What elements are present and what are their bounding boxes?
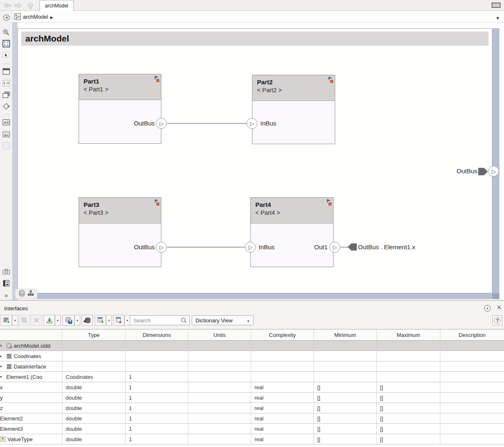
cell-description[interactable]	[440, 424, 504, 434]
code-icon[interactable]	[2, 79, 11, 88]
close-panel-icon[interactable]: ✕	[497, 304, 502, 311]
column-header[interactable]: Type	[62, 329, 126, 340]
column-header[interactable]	[0, 329, 62, 340]
dictionary-icon[interactable]	[19, 290, 25, 298]
cell-minimum[interactable]	[314, 372, 377, 382]
delete-button[interactable]	[31, 315, 42, 326]
cell-dimensions[interactable]	[126, 351, 188, 361]
row-name-cell[interactable]: Element3	[0, 424, 62, 434]
column-visibility-dropdown-icon[interactable]	[124, 315, 130, 326]
cell-complexity[interactable]	[251, 361, 314, 371]
component-part4[interactable]: Part4 < Part4 >	[250, 197, 334, 267]
cell-description[interactable]	[440, 341, 504, 351]
column-header[interactable]: Dimensions	[126, 329, 188, 340]
legend-icon[interactable]	[2, 279, 11, 288]
cell-complexity[interactable]	[251, 341, 314, 351]
import-dropdown-icon[interactable]	[55, 315, 61, 326]
save-dictionary-dropdown-icon[interactable]	[74, 315, 80, 326]
cell-type[interactable]: double	[62, 434, 126, 444]
row-name-cell[interactable]: x	[0, 382, 62, 392]
cell-maximum[interactable]: []	[377, 434, 440, 444]
expander-open-icon[interactable]: ▾	[0, 364, 6, 368]
cell-complexity[interactable]: real	[251, 393, 314, 403]
expander-open-icon[interactable]: ▾	[0, 375, 6, 379]
cell-complexity[interactable]: real	[251, 413, 314, 423]
view-selector[interactable]: Dictionary View	[192, 315, 254, 325]
column-header[interactable]: Units	[188, 329, 251, 340]
output-port-icon[interactable]	[329, 242, 340, 253]
table-row[interactable]: Element3double1real[][]	[0, 424, 504, 434]
cell-dimensions[interactable]: 1	[126, 434, 188, 444]
cell-type[interactable]: double	[62, 393, 126, 403]
cell-complexity[interactable]: real	[251, 382, 314, 392]
save-dictionary-button[interactable]	[62, 315, 74, 326]
area-icon[interactable]	[2, 141, 11, 150]
cell-type[interactable]: double	[62, 382, 126, 392]
cell-description[interactable]	[440, 413, 504, 423]
document-tab[interactable]: archModel	[40, 0, 74, 11]
image-icon[interactable]	[2, 130, 11, 139]
cell-dimensions[interactable]: 1	[126, 403, 188, 413]
expander-closed-icon[interactable]: ▸	[0, 354, 6, 358]
cell-complexity[interactable]	[251, 372, 314, 382]
cell-units[interactable]	[188, 424, 251, 434]
row-name-cell[interactable]: ▸Coodinates	[0, 351, 62, 361]
cell-minimum[interactable]: []	[314, 434, 377, 444]
screenshot-icon[interactable]	[2, 267, 11, 276]
cell-minimum[interactable]: []	[314, 424, 377, 434]
up-icon[interactable]	[26, 1, 35, 10]
column-header[interactable]: Minimum	[314, 329, 377, 340]
keyboard-icon[interactable]	[492, 2, 501, 10]
cell-units[interactable]	[188, 413, 251, 423]
signal-line[interactable]	[341, 247, 348, 248]
export-table-dropdown-icon[interactable]	[106, 315, 112, 326]
more-tools-icon[interactable]: »	[2, 290, 11, 300]
component-part1[interactable]: Part1 < Part1 >	[79, 74, 161, 144]
cell-units[interactable]	[188, 361, 251, 371]
column-header[interactable]: Maximum	[377, 329, 440, 340]
cell-description[interactable]	[440, 372, 504, 382]
cell-maximum[interactable]: []	[377, 393, 440, 403]
cell-complexity[interactable]: real	[251, 434, 314, 444]
cell-dimensions[interactable]	[126, 361, 188, 371]
cell-maximum[interactable]: []	[377, 413, 440, 423]
row-name-cell[interactable]: ValueType	[0, 434, 62, 444]
cell-type[interactable]: Coodinates	[62, 372, 126, 382]
cell-dimensions[interactable]: 1	[126, 424, 188, 434]
row-name-cell[interactable]: ▾Element1 (Coo	[0, 372, 62, 382]
component-part2[interactable]: Part2 < Part2 >	[252, 75, 335, 144]
table-row[interactable]: ▾DataInterface	[0, 361, 504, 372]
output-port-icon[interactable]	[156, 118, 167, 129]
expander-open-icon[interactable]: ▾	[0, 344, 6, 348]
cell-description[interactable]	[440, 403, 504, 413]
input-port-icon[interactable]	[247, 118, 257, 129]
hierarchy-icon[interactable]	[27, 290, 34, 298]
port-label-out1[interactable]: Out1	[291, 243, 328, 251]
cell-type[interactable]	[62, 341, 126, 351]
copy-view-icon[interactable]	[2, 90, 11, 99]
cell-dimensions[interactable]: 1	[126, 413, 188, 423]
column-header[interactable]: Description	[440, 329, 504, 340]
horizontal-scrollbar[interactable]	[17, 293, 492, 299]
row-name-cell[interactable]: ▾archModel.sldd	[0, 341, 62, 351]
cell-minimum[interactable]: []	[314, 403, 377, 413]
port-label-inbus[interactable]: InBus	[260, 120, 276, 127]
row-name-cell[interactable]: y	[0, 393, 62, 403]
cell-minimum[interactable]	[314, 351, 377, 361]
table-row[interactable]: xdouble1real[][]	[0, 382, 504, 393]
port-label-outbus[interactable]: OutBus	[116, 243, 155, 251]
vertical-scrollbar[interactable]	[492, 28, 499, 293]
cell-description[interactable]	[440, 382, 504, 392]
port-label-inbus[interactable]: InBus	[259, 243, 274, 251]
fit-to-view-icon[interactable]	[2, 39, 11, 48]
connector-part1-part2[interactable]	[167, 123, 247, 124]
table-row[interactable]: ValueTypedouble1real[][]	[0, 434, 504, 445]
cell-maximum[interactable]	[377, 372, 440, 382]
output-port-icon[interactable]	[156, 242, 167, 253]
add-element-button[interactable]	[19, 315, 30, 326]
cell-minimum[interactable]: []	[314, 393, 377, 403]
cell-units[interactable]	[188, 434, 251, 444]
explore-icon[interactable]	[2, 13, 11, 22]
row-name-cell[interactable]: z	[0, 403, 62, 413]
cell-dimensions[interactable]: 1	[126, 382, 188, 392]
